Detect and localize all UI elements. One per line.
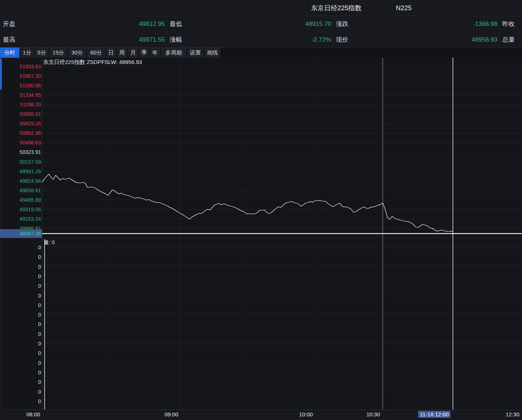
volume-indicator-label: 量: 0 <box>44 239 55 246</box>
instrument-name: 东京日经225指数 <box>311 0 362 16</box>
price-axis-label: 50829.28 <box>0 121 41 126</box>
volume-axis-label: 0 <box>0 331 41 337</box>
volume-axis-label: 0 <box>0 341 41 347</box>
time-axis-label: 12:30 <box>506 411 519 417</box>
stat-last-price-label: 现价 <box>336 35 348 44</box>
volume-axis-label: 0 <box>0 245 41 250</box>
price-axis-label: 51168.33 <box>0 102 41 107</box>
time-axis: 08:0009:0010:0010:3011-18 12:0012:30 <box>0 409 522 420</box>
period-tab-月[interactable]: 月 <box>128 48 139 58</box>
volume-axis-label: 0 <box>0 312 41 318</box>
stat-change-label: 涨跌 <box>336 20 348 28</box>
volume-axis-label: 0 <box>0 273 41 279</box>
volume-axis-label: 0 <box>0 283 41 289</box>
period-tab-1分[interactable]: 1分 <box>20 48 35 58</box>
price-axis-label: 49153.24 <box>0 216 41 222</box>
stat-total-volume: 总量 <box>499 32 522 48</box>
price-axis-label: 49658.61 <box>0 188 41 193</box>
price-axis-label: 50662.96 <box>0 130 41 136</box>
price-axis-label: 50995.61 <box>0 111 41 117</box>
period-tab-30分[interactable]: 30分 <box>68 48 87 58</box>
stat-total-volume-label: 总量 <box>502 35 515 44</box>
quote-stats-panel: 开盘 49812.95 最低 48915.70 涨跌 -1366.98 昨收 最… <box>0 16 522 48</box>
price-axis-label: 49319.56 <box>0 207 41 212</box>
price-axis-label: 51833.63 <box>0 64 41 69</box>
price-axis-label: 50323.91 <box>0 149 41 155</box>
volume-axis-label: 0 <box>0 254 41 260</box>
period-tab-5分[interactable]: 5分 <box>35 48 49 58</box>
period-tab-多周期[interactable]: 多周期 <box>161 48 187 58</box>
volume-axis-label: 0 <box>0 350 41 356</box>
stat-high-value: 49971.55 <box>139 36 165 43</box>
price-axis-label: 49485.89 <box>0 197 41 203</box>
price-volume-chart[interactable]: 东京日经225指数 ZSDPFSLW: 48956.93 51833.63516… <box>0 58 522 420</box>
volume-axis-label: 0 <box>0 398 41 404</box>
volume-axis-label: 0 <box>0 321 41 327</box>
stat-change-pct: 涨幅 -2.72% <box>167 32 333 48</box>
price-axis-label: 49991.26 <box>0 169 41 174</box>
stat-low: 最低 48915.70 <box>167 16 333 32</box>
price-axis-label: 51667.30 <box>0 73 41 79</box>
price-axis-label: 49824.94 <box>0 178 41 184</box>
period-tab-设置[interactable]: 设置 <box>187 48 204 58</box>
time-axis-label: 10:30 <box>366 411 380 417</box>
period-tab-年[interactable]: 年 <box>150 48 161 58</box>
stat-open-value: 49812.95 <box>139 20 165 28</box>
volume-axis-label: 0 <box>0 370 41 375</box>
stat-change-value: -1366.98 <box>473 20 498 28</box>
price-axis-label: 50496.63 <box>0 140 41 145</box>
stat-prev-close-label: 昨收 <box>502 20 515 28</box>
stat-prev-close: 昨收 <box>499 16 522 32</box>
time-axis-label: 10:00 <box>299 411 313 417</box>
price-axis-label: 50157.59 <box>0 159 41 165</box>
time-axis-label: 09:00 <box>164 411 178 417</box>
stat-low-label: 最低 <box>170 20 182 28</box>
crosshair-price-label: 48897.36 <box>0 229 42 238</box>
period-tab-分时[interactable]: 分时 <box>0 48 20 58</box>
stat-change-pct-label: 涨幅 <box>170 35 182 44</box>
time-axis-label: 08:00 <box>26 411 40 417</box>
stat-change: 涨跌 -1366.98 <box>333 16 499 32</box>
volume-axis-label: 0 <box>0 389 41 395</box>
price-axis-label: 51334.65 <box>0 92 41 98</box>
period-tab-日[interactable]: 日 <box>106 48 117 58</box>
period-tab-周[interactable]: 周 <box>117 48 128 58</box>
period-tab-画线[interactable]: 画线 <box>204 48 221 58</box>
stat-high: 最高 49971.55 <box>0 32 167 48</box>
stat-open-label: 开盘 <box>3 20 15 28</box>
period-tab-15分[interactable]: 15分 <box>49 48 68 58</box>
crosshair-time-label: 11-18 12:00 <box>418 411 451 418</box>
period-toolbar: 分时1分5分15分30分60分日周月季年多周期设置画线 <box>0 48 522 58</box>
volume-axis-label: 0 <box>0 264 41 270</box>
stat-last-price-value: 48956.93 <box>472 36 498 43</box>
period-tab-60分[interactable]: 60分 <box>87 48 106 58</box>
period-tab-季[interactable]: 季 <box>139 48 150 58</box>
stat-high-label: 最高 <box>3 35 15 44</box>
volume-axis-label: 0 <box>0 293 41 299</box>
chart-canvas[interactable] <box>0 58 522 409</box>
stat-low-value: 48915.70 <box>305 20 331 28</box>
stat-open: 开盘 49812.95 <box>0 16 167 32</box>
volume-axis-label: 0 <box>0 302 41 308</box>
price-axis-label: 51500.98 <box>0 83 41 88</box>
stat-change-pct-value: -2.72% <box>311 36 331 43</box>
title-bar: 东京日经225指数 N225 <box>0 0 522 16</box>
instrument-symbol: N225 <box>396 0 412 16</box>
volume-axis-label: 0 <box>0 360 41 366</box>
chart-overlay-title: 东京日经225指数 ZSDPFSLW: 48956.93 <box>43 59 142 66</box>
stat-last-price: 现价 48956.93 <box>333 32 499 48</box>
volume-axis-label: 0 <box>0 379 41 385</box>
trading-terminal-window: 东京日经225指数 N225 开盘 49812.95 最低 48915.70 涨… <box>0 0 522 420</box>
